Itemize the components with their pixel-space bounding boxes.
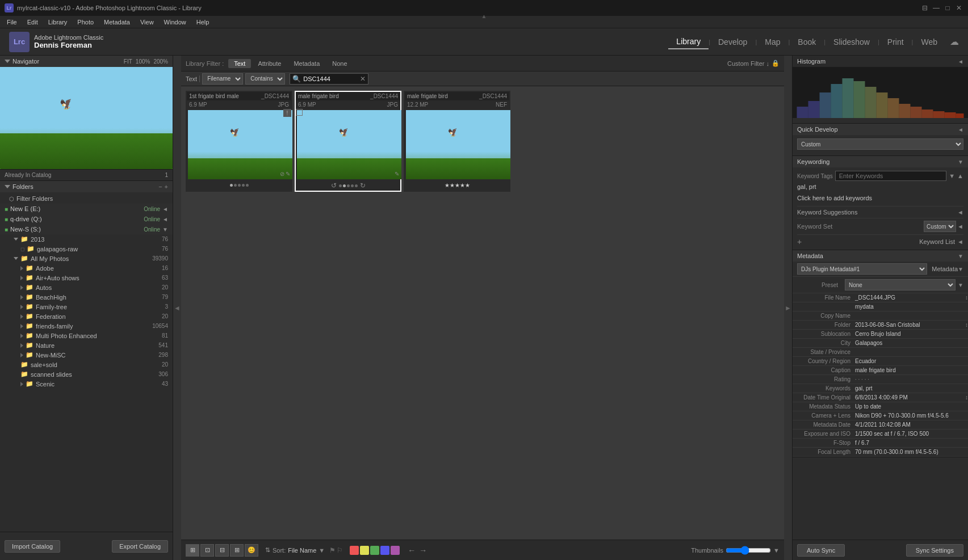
keyword-list-arrow[interactable]: ◄ bbox=[957, 238, 963, 245]
color-yellow[interactable] bbox=[360, 546, 369, 555]
filter-tab-text[interactable]: Text bbox=[228, 59, 251, 68]
color-red[interactable] bbox=[350, 546, 359, 555]
nav-next-arrow[interactable]: → bbox=[418, 546, 428, 555]
folder-family-tree[interactable]: 📁 Family-tree 3 bbox=[0, 302, 173, 311]
folder-scanned-slides[interactable]: 📁 scanned slides 306 bbox=[0, 369, 173, 379]
keyword-input-arrow[interactable]: ▼ bbox=[949, 172, 955, 179]
module-book[interactable]: Book bbox=[790, 35, 824, 49]
filter-tab-attribute[interactable]: Attribute bbox=[252, 59, 287, 68]
keyword-set-arrow[interactable]: ◄ bbox=[957, 223, 963, 230]
keyword-set-select[interactable]: Custom bbox=[924, 221, 956, 232]
folder-nature[interactable]: 📁 Nature 541 bbox=[0, 340, 173, 350]
folder-air-auto[interactable]: 📁 Air+Auto shows 63 bbox=[0, 273, 173, 283]
cloud-icon[interactable]: ☁ bbox=[950, 36, 959, 47]
keyword-input-expand[interactable]: ▲ bbox=[957, 172, 963, 179]
keyword-list-plus[interactable]: + bbox=[797, 237, 802, 246]
drive-s[interactable]: ■ New-S (S:) Online ▼ bbox=[0, 224, 173, 234]
keywording-header[interactable]: Keywording ▼ bbox=[793, 156, 968, 167]
preset-select[interactable]: None bbox=[845, 279, 956, 290]
menu-file[interactable]: File bbox=[2, 18, 22, 27]
auto-sync-button[interactable]: Auto Sync bbox=[797, 544, 845, 557]
filter-tab-none[interactable]: None bbox=[326, 59, 353, 68]
folder-sale-sold[interactable]: 📁 sale+sold 20 bbox=[0, 360, 173, 369]
filter-tab-metadata[interactable]: Metadata bbox=[288, 59, 325, 68]
metadata-header[interactable]: Metadata ▼ bbox=[793, 250, 968, 262]
module-slideshow[interactable]: Slideshow bbox=[825, 35, 878, 49]
loupe-view-btn[interactable]: ⊡ bbox=[200, 544, 214, 557]
folders-plus[interactable]: + bbox=[165, 183, 168, 190]
folder-friends-family[interactable]: 📁 friends-family 10654 bbox=[0, 321, 173, 331]
folder-all-photos[interactable]: 📁 All My Photos 39390 bbox=[0, 254, 173, 263]
folder-scenic[interactable]: 📁 Scenic 43 bbox=[0, 379, 173, 389]
nav-prev-arrow[interactable]: ← bbox=[407, 546, 417, 555]
module-develop[interactable]: Develop bbox=[710, 35, 755, 49]
folder-galapagos[interactable]: ◻ 📁 galapagos-raw 76 bbox=[0, 244, 173, 254]
zoom-fit[interactable]: FIT bbox=[124, 58, 132, 65]
color-green[interactable] bbox=[370, 546, 379, 555]
drive-new-e[interactable]: ■ New E (E:) Online ◄ bbox=[0, 204, 173, 214]
color-blue[interactable] bbox=[380, 546, 389, 555]
module-library[interactable]: Library bbox=[668, 35, 709, 49]
module-map[interactable]: Map bbox=[757, 35, 788, 49]
clear-search-icon[interactable]: ✕ bbox=[360, 75, 366, 83]
thumb-dropdown-icon[interactable]: ▼ bbox=[773, 547, 780, 554]
menu-photo[interactable]: Photo bbox=[73, 18, 98, 27]
zoom-100[interactable]: 100% bbox=[136, 58, 150, 65]
menu-view[interactable]: View bbox=[136, 18, 158, 27]
cell-2-rotate-right[interactable]: ↻ bbox=[360, 182, 366, 190]
histogram-header[interactable]: Histogram ◄ bbox=[793, 56, 968, 67]
compare-view-btn[interactable]: ⊟ bbox=[215, 544, 229, 557]
module-print[interactable]: Print bbox=[879, 35, 912, 49]
filter-folders-item[interactable]: ⬡ Filter Folders bbox=[0, 193, 173, 204]
quick-develop-header[interactable]: Quick Develop ◄ bbox=[793, 124, 968, 135]
left-panel-toggle[interactable]: ◄ bbox=[173, 56, 181, 560]
custom-filter[interactable]: Custom Filter ↓ 🔒 bbox=[727, 60, 780, 67]
folder-beachhigh[interactable]: 📁 BeachHigh 79 bbox=[0, 292, 173, 302]
window-maximize[interactable]: □ bbox=[943, 3, 952, 12]
search-field-select[interactable]: Filename bbox=[202, 73, 243, 85]
survey-view-btn[interactable]: ⊞ bbox=[230, 544, 244, 557]
keyword-input[interactable] bbox=[835, 171, 947, 181]
photo-cell-1[interactable]: 1st frigate bird male _DSC1444 6.9 MP JP… bbox=[186, 91, 292, 192]
folder-multi-photo[interactable]: 📁 Multi Photo Enhanced 81 bbox=[0, 331, 173, 340]
menu-help[interactable]: Help bbox=[192, 18, 214, 27]
preset-arrow[interactable]: ▼ bbox=[958, 282, 963, 288]
photo-cell-2[interactable]: male frigate bird _DSC1444 6.9 MP JPG 🦅 … bbox=[295, 91, 401, 192]
export-catalog-button[interactable]: Export Catalog bbox=[112, 540, 168, 553]
keyword-list-label[interactable]: Keyword List bbox=[919, 238, 955, 245]
menu-metadata[interactable]: Metadata bbox=[99, 18, 135, 27]
flag-unflagged-icon[interactable]: ⚐ bbox=[337, 546, 343, 554]
folder-federation[interactable]: 📁 Federation 20 bbox=[0, 311, 173, 321]
module-web[interactable]: Web bbox=[913, 35, 945, 49]
window-close[interactable]: ✕ bbox=[954, 3, 963, 12]
folders-header[interactable]: Folders − + bbox=[0, 181, 173, 192]
cell-2-checkbox[interactable] bbox=[296, 109, 303, 116]
menu-edit[interactable]: Edit bbox=[23, 18, 43, 27]
metadata-plugin-select[interactable]: DJs Plugin Metadata#1 bbox=[797, 263, 927, 275]
photo-cell-3[interactable]: male frigate bird _DSC1444 12.2 MP NEF 🦅… bbox=[404, 91, 510, 192]
navigator-header[interactable]: Navigator FIT 100% 200% bbox=[0, 56, 173, 67]
menu-library[interactable]: Library bbox=[44, 18, 72, 27]
folder-adobe[interactable]: 📁 Adobe 16 bbox=[0, 263, 173, 273]
drive-q[interactable]: ■ q-drive (Q:) Online ◄ bbox=[0, 214, 173, 224]
import-catalog-button[interactable]: Import Catalog bbox=[5, 540, 60, 553]
search-input[interactable] bbox=[303, 75, 360, 82]
window-minimize[interactable]: — bbox=[932, 3, 941, 12]
cell-2-rotate-left[interactable]: ↺ bbox=[331, 182, 337, 190]
keyword-suggestions-arrow[interactable]: ◄ bbox=[957, 209, 963, 216]
grid-view-btn[interactable]: ⊞ bbox=[186, 544, 199, 557]
sort-value[interactable]: File Name bbox=[288, 547, 316, 554]
color-purple[interactable] bbox=[391, 546, 400, 555]
folders-minus[interactable]: − bbox=[158, 183, 162, 190]
right-panel-toggle[interactable]: ► bbox=[784, 56, 792, 560]
menu-window[interactable]: Window bbox=[160, 18, 191, 27]
people-view-btn[interactable]: 😊 bbox=[245, 544, 258, 557]
search-condition-select[interactable]: Contains bbox=[245, 73, 285, 85]
quick-develop-preset[interactable]: Custom bbox=[797, 138, 963, 150]
zoom-200[interactable]: 200% bbox=[153, 58, 168, 65]
sync-settings-button[interactable]: Sync Settings bbox=[906, 544, 963, 557]
sort-dropdown-icon[interactable]: ▼ bbox=[319, 547, 325, 554]
thumb-size-slider[interactable] bbox=[726, 546, 771, 555]
folder-new-misc[interactable]: 📁 New-MiSC 298 bbox=[0, 350, 173, 360]
folder-2013[interactable]: 📁 2013 76 bbox=[0, 234, 173, 244]
